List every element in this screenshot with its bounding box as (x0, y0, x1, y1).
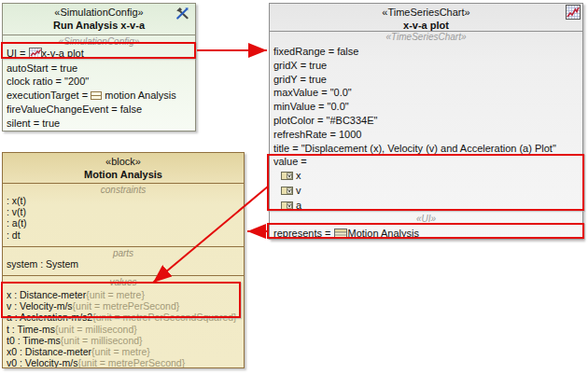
property-row-refresh-rate[interactable]: refreshRate = 1000 (270, 128, 582, 142)
property-row-silent[interactable]: silent = true (3, 117, 195, 131)
value-name: v0 : Velocity-m/s (7, 357, 77, 368)
time-series-chart-header[interactable]: «TimeSeriesChart» x-v-a plot (270, 4, 582, 32)
constraints-label: constraints (3, 186, 244, 195)
part-row[interactable]: system : System (3, 258, 244, 270)
execution-target-label: executionTarget = (7, 90, 91, 101)
simulation-config-title: Run Analysis x-v-a (3, 19, 195, 33)
block-stereotype: «block» (3, 156, 244, 168)
simulation-config-node[interactable]: «SimulationConfig» Run Analysis x-v-a «S… (2, 3, 196, 132)
chart-icon (566, 5, 581, 23)
constraints-compartment[interactable]: constraints : x(t) : v(t) : a(t) : dt (3, 186, 244, 247)
uml-diagram-canvas: «SimulationConfig» Run Analysis x-v-a «S… (0, 0, 588, 374)
constraint-row[interactable]: : a(t) (3, 217, 244, 229)
time-series-chart-title: x-v-a plot (270, 19, 582, 33)
parts-label: parts (3, 249, 244, 258)
value-unit: {unit = millisecond} (61, 335, 143, 346)
value-name: t : Time-ms (7, 324, 55, 335)
value-row-t0[interactable]: t0 : Time-ms{unit = millisecond} (3, 335, 244, 346)
value-unit: {unit = millisecond} (55, 324, 137, 335)
highlight-rect-ui-property (1, 42, 196, 59)
value-row-v0[interactable]: v0 : Velocity-m/s{unit = metrePerSecond} (3, 357, 244, 368)
config-element-icon (91, 90, 102, 104)
value-name: x0 : Distance-meter (7, 346, 91, 357)
value-unit: {unit = metre} (91, 346, 150, 357)
value-unit: {unit = metrePerSecond} (77, 357, 185, 368)
property-row-fixed-range[interactable]: fixedRange = false (270, 45, 582, 59)
value-row-x0[interactable]: x0 : Distance-meter{unit = metre} (3, 346, 244, 357)
property-row-plot-color[interactable]: plotColor = "#BC334E" (270, 114, 582, 128)
simulation-config-stereotype: «SimulationConfig» (3, 7, 195, 19)
constraint-row[interactable]: : dt (3, 229, 244, 241)
value-row-t[interactable]: t : Time-ms{unit = millisecond} (3, 324, 244, 335)
property-row-execution-target[interactable]: executionTarget = motion Analysis (3, 89, 195, 104)
property-row-min-value[interactable]: minValue = "0.0" (270, 100, 582, 114)
property-row-fire-value-change[interactable]: fireValueChangeEvent = false (3, 103, 195, 117)
time-series-chart-stereotype: «TimeSeriesChart» (270, 7, 582, 19)
block-header[interactable]: «block» Motion Analysis (3, 153, 244, 184)
constraint-row[interactable]: : v(t) (3, 206, 244, 217)
block-title: Motion Analysis (3, 168, 244, 182)
simulation-config-header[interactable]: «SimulationConfig» Run Analysis x-v-a (3, 4, 195, 35)
value-name: t0 : Time-ms (7, 335, 61, 346)
motion-analysis-block-node[interactable]: «block» Motion Analysis constraints : x(… (2, 152, 245, 368)
highlight-rect-block-values (1, 282, 241, 318)
property-row-grid-y[interactable]: gridY = true (270, 73, 582, 87)
parts-compartment[interactable]: parts system : System (3, 249, 244, 276)
property-row-clock-ratio[interactable]: clock ratio = "200" (3, 75, 195, 89)
execution-target-value: motion Analysis (105, 90, 175, 101)
highlight-rect-value-compartment (267, 154, 584, 211)
property-row-max-value[interactable]: maxValue = "0.0" (270, 86, 582, 100)
property-row-autostart[interactable]: autoStart = true (3, 62, 195, 76)
tools-icon (175, 6, 190, 25)
time-series-chart-compartment-label: «TimeSeriesChart» (270, 33, 582, 42)
highlight-rect-represents (267, 223, 584, 239)
property-row-grid-x[interactable]: gridX = true (270, 59, 582, 73)
constraint-row[interactable]: : x(t) (3, 195, 244, 206)
